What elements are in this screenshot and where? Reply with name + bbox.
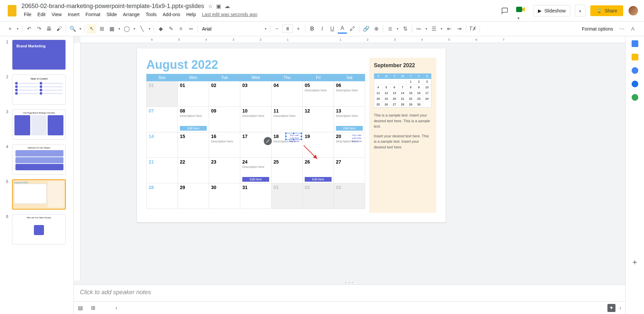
calendar-cell[interactable]: 20You can edit this text hereDescription… (334, 132, 365, 158)
rotation-handle-icon[interactable]: ⤢ (264, 137, 272, 145)
comment-button[interactable]: ⊕ (371, 24, 381, 34)
calendar-cell[interactable]: 15 (178, 132, 209, 158)
slide-thumb-2[interactable]: 2 Table of Content (6, 75, 72, 105)
calendar-cell[interactable]: 05Description here (303, 81, 334, 107)
numbered-dropdown[interactable]: ▾ (424, 27, 429, 31)
slide-thumb-1[interactable]: 1 Brand Marketing (6, 40, 72, 70)
speaker-notes[interactable]: Click to add speaker notes (74, 284, 625, 301)
slides-logo[interactable] (5, 4, 19, 17)
share-button[interactable]: 🔒 Share (590, 5, 623, 16)
calendar-cell[interactable]: 01 (271, 183, 303, 209)
print-button[interactable]: 🖶 (44, 24, 54, 34)
fill-color-button[interactable]: ◆ (156, 24, 165, 34)
menu-arrange[interactable]: Arrange (120, 10, 142, 18)
canvas-area[interactable]: 6543211234567 August 2022 Sun Mon Tue We… (74, 36, 625, 314)
bulleted-dropdown[interactable]: ▾ (439, 27, 444, 31)
comments-icon[interactable] (499, 5, 511, 17)
sample-text-1[interactable]: This is a sample text. Insert your desir… (374, 113, 432, 129)
calendar-cell[interactable]: 12 (303, 107, 334, 132)
mini-calendar-panel[interactable]: September 2022 SMTWTFS 12345678910111213… (369, 58, 436, 213)
size-decrease-button[interactable]: − (272, 24, 282, 34)
calendar-cell[interactable]: 31 (147, 81, 178, 107)
border-color-button[interactable]: ✎ (166, 24, 176, 34)
image-dropdown[interactable]: ▾ (117, 27, 121, 31)
cloud-icon[interactable]: ☁ (225, 3, 230, 9)
bulleted-list-button[interactable]: ☰ (429, 24, 439, 34)
calendar-cell[interactable]: 31 (240, 183, 271, 209)
calendar-app-icon[interactable] (632, 40, 638, 47)
calendar-cell[interactable]: 09 (209, 107, 240, 132)
align-button[interactable]: ≣ (385, 24, 395, 34)
calendar-cell[interactable]: 17 (240, 132, 271, 158)
calendar-cell[interactable]: 29 (178, 183, 209, 209)
calendar-cell[interactable]: 03 (240, 81, 271, 107)
calendar-cell[interactable]: 26Edit here (303, 158, 334, 183)
doc-title[interactable]: 20650-02-brand-marketing-powerpoint-temp… (21, 3, 204, 10)
slide-thumb-5[interactable]: 5 August 2022 (6, 179, 72, 210)
calendar-cell[interactable]: 07 (147, 107, 178, 132)
bottom-next-button[interactable]: › (620, 305, 621, 311)
slide-thumb-4[interactable]: 4 Defining Our Key Targets (6, 144, 72, 175)
text-color-button[interactable]: A (338, 24, 347, 34)
menu-view[interactable]: View (49, 10, 64, 18)
notes-splitter[interactable]: • • • (74, 280, 625, 284)
shape-dropdown[interactable]: ▾ (132, 27, 137, 31)
add-app-button[interactable]: + (632, 258, 637, 267)
filmstrip-view-button[interactable]: ▤ (78, 305, 83, 311)
account-avatar[interactable] (628, 5, 639, 16)
calendar-cell[interactable]: 19 (303, 132, 334, 158)
new-slide-dropdown[interactable]: ▾ (15, 27, 20, 31)
move-icon[interactable]: ▣ (216, 3, 221, 9)
calendar-cell[interactable]: 30 (209, 183, 240, 209)
last-edit[interactable]: Last edit was seconds ago (200, 10, 260, 18)
numbered-list-button[interactable]: ≔ (414, 24, 424, 34)
indent-decrease-button[interactable]: ⇤ (444, 24, 454, 34)
calendar-cell[interactable]: 22 (178, 158, 209, 183)
grid-view-button[interactable]: ⊞ (91, 305, 95, 311)
calendar-cell[interactable]: 28 (147, 183, 178, 209)
calendar-cell[interactable]: 11Description here (271, 107, 303, 132)
maps-app-icon[interactable] (632, 94, 638, 101)
keep-app-icon[interactable] (632, 54, 638, 60)
paint-format-button[interactable]: 🖌 (54, 24, 64, 34)
link-button[interactable]: 🔗 (361, 24, 371, 34)
shape-tool[interactable]: ◯ (122, 24, 132, 34)
calendar-cell[interactable]: 24Description hereEdit here (240, 158, 271, 183)
calendar-cell[interactable]: 04 (271, 81, 303, 107)
calendar-cell[interactable]: 14 (147, 132, 178, 158)
slides-panel[interactable]: 1 Brand Marketing 2 Table of Content 3 O… (0, 36, 74, 314)
calendar-cell[interactable]: 18You can edit this text hereDescription… (271, 132, 303, 158)
contacts-app-icon[interactable] (632, 81, 638, 87)
slideshow-dropdown[interactable]: ▼ (575, 5, 586, 17)
menu-help[interactable]: Help (184, 10, 198, 18)
line-spacing-button[interactable]: ⇅ (400, 24, 410, 34)
bold-button[interactable]: B (307, 24, 317, 34)
italic-button[interactable]: I (317, 24, 327, 34)
calendar-cell[interactable]: 25 (271, 158, 303, 183)
calendar-cell[interactable]: 02 (209, 81, 240, 107)
calendar-cell[interactable]: 03 (334, 183, 365, 209)
calendar-cell[interactable]: 23 (209, 158, 240, 183)
calendar-grid[interactable]: 310102030405Description here06Descriptio… (146, 81, 365, 209)
collapse-toolbar-button[interactable]: ᐱ (627, 24, 639, 34)
image-tool[interactable]: ▦ (107, 24, 116, 34)
calendar-cell[interactable]: 21 (147, 158, 178, 183)
textbox-tool[interactable]: ⊞ (97, 24, 106, 34)
slide-canvas[interactable]: August 2022 Sun Mon Tue Wed Thu Fri Sat … (137, 48, 446, 222)
zoom-button[interactable]: 🔍 (68, 24, 78, 34)
more-button[interactable]: ⋯ (617, 24, 627, 34)
calendar-cell[interactable]: 08Description hereEdit here (178, 107, 209, 132)
collapse-panel-button[interactable]: ‹ (115, 305, 117, 311)
zoom-dropdown[interactable]: ▾ (78, 27, 83, 31)
menu-insert[interactable]: Insert (65, 10, 82, 18)
slide-thumb-6[interactable]: 6 Who are Our Client Groups (6, 214, 72, 244)
menu-tools[interactable]: Tools (143, 10, 159, 18)
calendar-cell[interactable]: 13Description hereEdit here (334, 107, 365, 132)
font-size-input[interactable] (282, 25, 293, 33)
star-icon[interactable]: ☆ (208, 3, 213, 9)
line-tool[interactable]: ╲ (137, 24, 147, 34)
calendar-cell[interactable]: 02 (303, 183, 334, 209)
indent-increase-button[interactable]: ⇥ (454, 24, 464, 34)
align-dropdown[interactable]: ▾ (395, 27, 400, 31)
undo-button[interactable]: ↶ (24, 24, 34, 34)
